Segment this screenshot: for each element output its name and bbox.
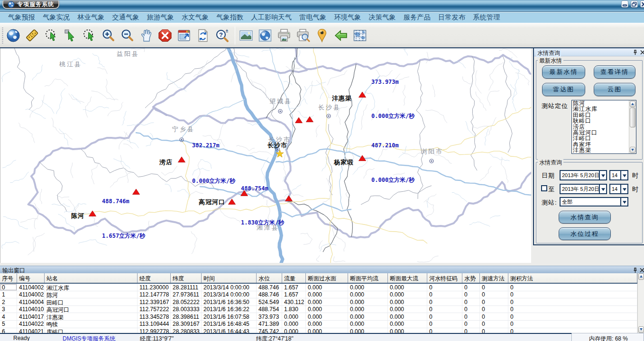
column-header-1[interactable]: 序号 [0,273,17,283]
menu-item-11[interactable]: 决策气象 [369,13,396,22]
column-header-11[interactable]: 断面最大流 [388,273,427,283]
table-row-0[interactable]: 041104002湘江水库111.23000028.2811112013/3/1… [0,284,637,291]
output-scroll-down[interactable] [638,326,644,333]
select-lasso-icon[interactable] [44,28,58,43]
table-row-4[interactable]: 441104017沣惠渠113.34527828.3986112013/1/6 … [0,313,637,321]
output-close-icon[interactable] [640,268,644,273]
station-list-item[interactable]: 耿峪口 [572,118,636,124]
column-header-3[interactable]: 站名 [45,273,138,283]
table-row-2[interactable]: 241104004田峪口112.33916728.0522222013/1/6 … [0,298,637,306]
column-header-2[interactable]: 编号 [17,273,45,283]
zoom-out-icon[interactable] [120,28,134,43]
location-pin-icon[interactable] [315,28,329,43]
station-triangle-marker[interactable] [133,189,140,195]
to-date-checkbox[interactable] [541,185,547,191]
column-header-13[interactable]: 水势 [462,273,480,283]
table-row-5[interactable]: 541104022鸣犊113.10944428.3091672013/1/6 1… [0,321,637,328]
export-picture-icon[interactable] [239,28,253,43]
output-table-scrollbar[interactable] [637,273,644,333]
station-list[interactable]: 陈河湘江水库田峪口耿峪口涝店高冠河口沣峪口冉家坪沣惠渠 [571,100,636,154]
measure-ruler-icon[interactable] [25,28,39,43]
menu-item-14[interactable]: 系统管理 [473,13,500,22]
scroll-down-button[interactable] [630,147,635,153]
hour-from-dropdown-icon[interactable] [620,171,627,179]
table-row-1[interactable]: 141104002陈河112.14777827.9736112013/3/14 … [0,291,637,299]
station-triangle-marker[interactable] [295,117,303,123]
water-level-process-button[interactable]: 水位过程 [559,227,611,240]
globe-view-icon[interactable] [258,28,272,43]
menu-item-1[interactable]: 气象预报 [8,13,35,22]
menu-item-6[interactable]: 水文气象 [182,13,209,22]
menu-item-9[interactable]: 雷电气象 [299,13,326,22]
radar-chart-button[interactable]: 雷达图 [542,83,585,96]
stop-cancel-icon[interactable] [158,28,172,43]
menu-item-13[interactable]: 日常发布 [438,13,465,22]
hour-from-select[interactable]: 14 [609,170,628,180]
station-list-item[interactable]: 湘江水库 [572,106,636,112]
column-header-7[interactable]: 水位 [257,273,282,283]
zoom-in-icon[interactable] [101,28,115,43]
date-from-select[interactable]: 2013年 5月20日 [560,170,607,180]
station-list-item[interactable]: 沣峪口 [572,135,636,141]
select-arrow-icon[interactable] [63,28,77,43]
station-list-item[interactable]: 沣惠渠 [572,147,636,153]
panel-close-icon[interactable] [640,50,644,55]
station-select[interactable]: 全部 [560,197,628,206]
menu-item-3[interactable]: 林业气象 [77,13,104,22]
column-header-8[interactable]: 流量 [282,273,306,283]
station-triangle-marker[interactable] [306,117,313,122]
date-from-dropdown-icon[interactable] [599,171,606,179]
map-canvas[interactable]: 益阳县桃江县宁乡县望城县长沙县长沙市浏阳市湘潭县沣惠渠杨家塅涝店高冠河口陈河长沙… [0,48,531,263]
station-list-scrollbar[interactable] [629,100,636,153]
hour-to-dropdown-icon[interactable] [620,185,627,193]
column-header-6[interactable]: 时间 [202,273,257,283]
status-app-name[interactable]: DMGIS专项服务系统 [63,335,115,341]
output-scroll-up[interactable] [638,273,644,280]
table-row-6[interactable]: 641104021库峪口112.99277828.2808332013/1/6 … [0,328,637,333]
menu-item-4[interactable]: 交通气象 [112,13,139,22]
close-button[interactable] [640,0,644,8]
menu-item-12[interactable]: 服务产品 [404,13,431,22]
toolbar-grip[interactable] [1,27,4,44]
cloud-image-button[interactable]: 云图 [594,83,635,96]
column-header-15[interactable]: 测积方法 [508,273,637,283]
station-triangle-marker[interactable] [359,92,366,98]
date-to-dropdown-icon[interactable] [599,185,606,193]
select-lasso-icon-2[interactable] [82,28,96,43]
refresh-page-icon[interactable] [196,28,210,43]
pin-icon[interactable] [633,50,638,55]
output-table[interactable]: 序号编号站名经度纬度时间水位流量断面过水面断面平均流断面最大流河水特征码水势测速… [0,273,637,333]
column-header-10[interactable]: 断面平均流 [348,273,388,283]
print-preview-icon[interactable] [296,28,310,43]
station-triangle-marker[interactable] [229,199,236,205]
water-query-button[interactable]: 水情查询 [559,211,611,224]
globe-world-icon[interactable] [6,28,20,43]
column-header-9[interactable]: 断面过水面 [306,273,348,283]
hour-to-select[interactable]: 14 [609,184,628,194]
column-header-12[interactable]: 河水特征码 [427,273,462,283]
minimize-button[interactable] [621,0,628,8]
latest-water-button[interactable]: 最新水情 [542,65,585,79]
column-header-4[interactable]: 经度 [138,273,171,283]
identify-query-icon[interactable]: ?± [215,28,229,43]
menu-item-2[interactable]: 气象实况 [43,13,70,22]
print-icon[interactable] [277,28,291,43]
station-triangle-marker[interactable] [178,157,185,162]
column-header-5[interactable]: 纬度 [171,273,202,283]
restore-button[interactable] [631,0,638,8]
pan-hand-icon[interactable] [139,28,153,43]
scroll-thumb[interactable] [630,108,635,127]
full-extent-window-icon[interactable] [177,28,191,43]
station-triangle-marker[interactable] [285,196,293,201]
menu-item-10[interactable]: 环境气象 [334,13,361,22]
output-pin-icon[interactable] [633,268,638,273]
station-dropdown-icon[interactable] [620,198,627,206]
menu-item-5[interactable]: 旅游气象 [147,13,174,22]
date-to-select[interactable]: 2013年 5月20日 [560,184,607,194]
menu-item-8[interactable]: 人工影响天气 [251,13,292,22]
table-row-3[interactable]: 341104010高冠河口112.75722228.0033332013/1/6… [0,306,637,314]
menu-item-7[interactable]: 气象指数 [216,13,243,22]
scroll-up-button[interactable] [630,101,635,107]
view-details-button[interactable]: 查看详情 [594,65,635,79]
back-arrow-icon[interactable] [334,28,348,43]
